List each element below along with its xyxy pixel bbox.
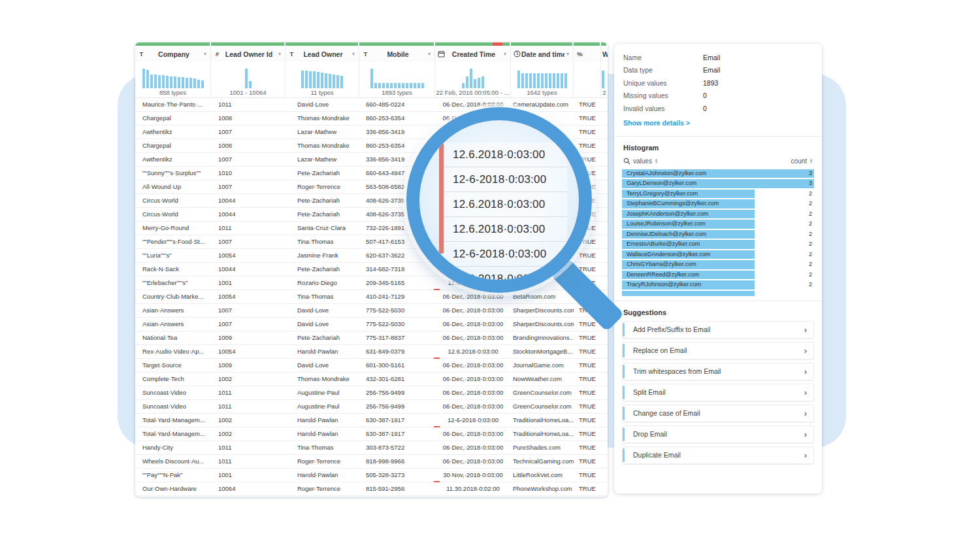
histogram-bar	[378, 83, 381, 88]
cell-id: 10044	[211, 194, 286, 207]
cell-website: TechnicalGaming.com	[511, 455, 574, 468]
histogram-count-label: 2	[809, 230, 812, 239]
cell-created: 06·Dec,·2018·0:03:00	[435, 373, 511, 386]
histogram-bar	[370, 69, 373, 88]
chevron-down-icon[interactable]: ▾	[350, 51, 357, 57]
cell-flag: TRUE	[574, 249, 601, 262]
histogram-bar	[553, 73, 555, 88]
histogram-value-row[interactable]: StephanieBCummings@zylker.com2	[622, 199, 814, 208]
sort-arrows-icon[interactable]: ▲▼	[809, 158, 813, 163]
cell-owner: Lazar·Mathew	[286, 153, 359, 166]
cell-owner: Harold·Pawlan	[286, 469, 359, 482]
column-mini-histogram: 858 types	[135, 62, 211, 97]
column-header-label: W	[602, 50, 608, 58]
histogram-value-row[interactable]: DeneenRReed@zylker.com2	[622, 271, 814, 280]
cell-id: 1008	[211, 139, 286, 152]
column-header-w[interactable]: W	[601, 46, 608, 62]
histogram-bar	[245, 69, 248, 88]
column-header-col6[interactable]: %	[574, 46, 601, 62]
cell-mobile: 631-849-0379	[359, 345, 435, 358]
histogram-bar	[189, 78, 192, 88]
cell-company: Asian·Answers	[135, 304, 211, 317]
chevron-down-icon[interactable]: ▾	[564, 51, 571, 57]
cell-flag: TRUE	[574, 455, 601, 468]
cell-company: Complete·Tech	[135, 373, 211, 386]
cell-owner: Pete·Zachariah	[286, 167, 359, 180]
cell-flag: TRUE	[574, 441, 601, 454]
histogram-bar	[466, 76, 468, 88]
search-icon[interactable]	[623, 158, 630, 165]
cell-id: 1007	[211, 125, 286, 139]
suggestion-replace-on-email[interactable]: Replace on Email›	[622, 342, 814, 359]
histogram-value-row[interactable]	[622, 291, 814, 296]
invalid-value-marker	[434, 358, 440, 359]
cell-mobile: 256-756-9499	[359, 386, 435, 399]
cell-owner: Tina·Thomas	[286, 441, 359, 454]
chevron-down-icon[interactable]: ▾	[202, 51, 208, 57]
column-header-date-and-time[interactable]: Date and time▾	[511, 46, 574, 62]
table-row: Complete·Tech1002Thomas·Mondrake432-301-…	[135, 373, 608, 386]
cell-flag: TRUE	[574, 112, 601, 125]
histogram-value-row[interactable]: DenniseJDeloach@zylker.com2	[622, 230, 814, 239]
cell-created: 06·Dec,·2018·0:03:00	[435, 400, 511, 413]
column-header-lead-owner-id[interactable]: #Lead Owner Id▾	[211, 46, 286, 62]
histogram-count-label: 2	[809, 240, 812, 249]
histogram-count-sort[interactable]: count	[791, 158, 807, 165]
column-mini-histogram: 22 Feb, 2016 00:05:00 - ...	[435, 62, 511, 97]
detail-value: Email	[703, 66, 720, 74]
column-header-lead-owner[interactable]: TLead Owner▾	[286, 46, 359, 62]
cell-owner: Tina·Thomas	[286, 235, 359, 248]
histogram-value-row[interactable]: TracyRJohnson@zylker.com2	[622, 280, 814, 290]
column-header-mobile[interactable]: TMobile▾	[359, 46, 435, 62]
suggestion-drop-email[interactable]: Drop Email›	[622, 425, 814, 443]
cell-owner: Roger·Terrence	[286, 455, 359, 468]
cell-company: Country·Club·Marke...	[135, 290, 211, 303]
histogram-value-label: ErnestoABurke@zylker.com	[627, 240, 700, 249]
show-more-details-link[interactable]: Show more details >	[623, 119, 813, 127]
cell-website: LittleRockVet.com	[511, 469, 574, 482]
chevron-down-icon[interactable]: ▾	[276, 51, 283, 57]
cell-owner: David·Love	[286, 304, 359, 317]
histogram-bar	[329, 74, 331, 88]
cell-owner: Santa·Cruz·Clara	[286, 222, 359, 235]
histogram-bar	[561, 73, 563, 88]
histogram-value-row[interactable]: ChrisGYbarra@zylker.com2	[622, 260, 814, 269]
suggestion-duplicate-email[interactable]: Duplicate Email›	[622, 446, 814, 464]
cell-owner: Harold·Pawlan	[286, 345, 359, 358]
histogram-bar	[174, 76, 176, 88]
column-header-label: Mobile	[370, 50, 426, 58]
histogram-value-label: TracyRJohnson@zylker.com	[627, 280, 701, 290]
histogram-bar	[178, 77, 180, 88]
histogram-value-row[interactable]: TerryLGregory@zylker.com2	[622, 190, 814, 199]
cell-website: PureShades.com	[511, 441, 574, 454]
column-header-created-time[interactable]: Created Time▾	[435, 46, 511, 62]
cell-flag: TRUE	[574, 98, 601, 111]
cell-mobile: 314-682-7318	[359, 263, 435, 276]
suggestion-change-case-of-email[interactable]: Change case of Email›	[622, 405, 814, 422]
histogram-bar	[557, 73, 559, 88]
histogram-bar	[478, 78, 480, 88]
sort-arrows-icon[interactable]: ▲▼	[655, 158, 658, 163]
cell-website: GreenCounselor.com	[511, 386, 574, 399]
table-row: Our·Own·Hardware10064Roger·Terrence815-5…	[135, 482, 608, 496]
column-header-row: TCompany▾#Lead Owner Id▾TLead Owner▾TMob…	[135, 46, 608, 62]
suggestion-trim-whitespaces-from-email[interactable]: Trim whitespaces from Email›	[622, 363, 814, 380]
histogram-values-sort[interactable]: values	[633, 158, 652, 165]
histogram-value-row[interactable]: LouiseJRobinson@zylker.com2	[622, 220, 814, 229]
histogram-value-row[interactable]: WallaceDAnderson@zylker.com2	[622, 250, 814, 259]
column-header-company[interactable]: TCompany▾	[135, 46, 211, 62]
histogram-value-row[interactable]: GaryLDenson@zylker.com3	[622, 179, 814, 188]
value-frequency-bar	[622, 291, 755, 296]
chevron-down-icon[interactable]: ▾	[426, 51, 433, 57]
suggestion-add-prefix-suffix-to-email[interactable]: Add Prefix/Suffix to Email›	[622, 321, 814, 339]
table-row: Rex·Audio·Video·Ap...10054Harold·Pawlan6…	[135, 345, 608, 359]
histogram-count-label: 2	[809, 250, 812, 259]
histogram-value-row[interactable]: JosephKAnderson@zylker.com2	[622, 210, 814, 219]
suggestion-split-email[interactable]: Split Email›	[622, 384, 814, 401]
histogram-count-label: 3	[809, 169, 812, 178]
histogram-value-row[interactable]: CrystalAJohnston@zylker.com3	[622, 169, 814, 178]
histogram-bar	[146, 70, 149, 88]
chevron-right-icon: ›	[804, 346, 807, 355]
chevron-down-icon[interactable]: ▾	[502, 51, 508, 57]
histogram-value-row[interactable]: ErnestoABurke@zylker.com2	[622, 240, 814, 249]
